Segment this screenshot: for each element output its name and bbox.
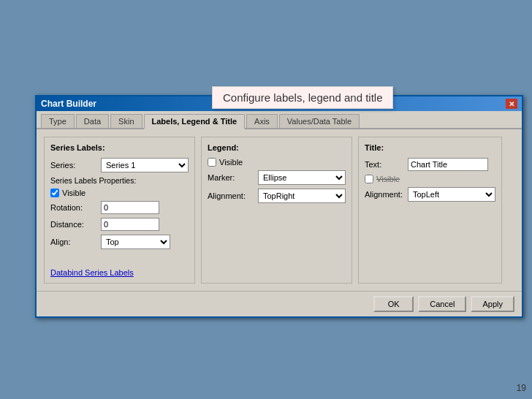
title-alignment-label: Alignment:	[365, 190, 405, 199]
title-text-input[interactable]	[408, 158, 488, 171]
series-labels-panel: Series Labels: Series: Series 1 Series L…	[44, 137, 195, 284]
series-row: Series: Series 1	[50, 158, 189, 172]
rotation-input[interactable]: 0	[101, 201, 159, 214]
marker-label: Marker:	[208, 173, 255, 182]
tooltip-text: Configure labels, legend and title	[223, 91, 382, 104]
chart-builder-dialog: Chart Builder ✕ Type Data Skin Labels, L…	[35, 95, 523, 318]
legend-title: Legend:	[208, 143, 346, 152]
legend-alignment-label: Alignment:	[208, 191, 255, 200]
configure-tooltip: Configure labels, legend and title	[212, 86, 393, 109]
title-panel: Title: Text: Visible Alignment: TopLeft …	[358, 137, 502, 284]
visible-row: Visible	[50, 189, 189, 197]
title-visible-checkbox[interactable]	[365, 175, 373, 183]
cancel-button[interactable]: Cancel	[418, 296, 466, 312]
properties-label: Series Labels Properties:	[50, 176, 160, 185]
visible-label: Visible	[62, 189, 86, 197]
visible-checkbox[interactable]	[50, 189, 59, 197]
legend-panel: Legend: Visible Marker: Ellipse Rectangl…	[201, 137, 352, 284]
marker-dropdown[interactable]: Ellipse Rectangle Diamond Triangle	[258, 170, 346, 185]
series-label: Series:	[50, 161, 98, 170]
dialog-content: Series Labels: Series: Series 1 Series L…	[37, 129, 522, 291]
align-dropdown[interactable]: Top Bottom Left Right Center	[101, 235, 170, 249]
legend-visible-checkbox[interactable]	[208, 158, 216, 167]
databind-series-link[interactable]: Databind Series Labels	[50, 268, 134, 277]
title-visible-row: Visible	[365, 175, 495, 183]
title-section-title: Title:	[365, 143, 495, 152]
distance-input[interactable]: 0	[101, 218, 159, 231]
align-label: Align:	[50, 238, 98, 246]
title-text-label: Text:	[365, 160, 405, 169]
ok-button[interactable]: OK	[373, 296, 414, 312]
marker-row: Marker: Ellipse Rectangle Diamond Triang…	[208, 170, 346, 185]
dialog-title: Chart Builder	[41, 99, 96, 109]
tab-values-data-table[interactable]: Values/Data Table	[279, 114, 360, 128]
close-button[interactable]: ✕	[506, 99, 517, 109]
bottom-bar: OK Cancel Apply	[37, 291, 522, 316]
rotation-label: Rotation:	[50, 203, 98, 212]
apply-button[interactable]: Apply	[471, 296, 514, 312]
legend-visible-row: Visible	[208, 158, 346, 167]
tab-axis[interactable]: Axis	[246, 114, 278, 128]
tab-data[interactable]: Data	[76, 114, 109, 128]
tab-skin[interactable]: Skin	[110, 114, 142, 128]
page-number: 19	[517, 383, 526, 393]
title-alignment-dropdown[interactable]: TopLeft TopRight Center BottomLeft Botto…	[408, 187, 495, 202]
legend-visible-label: Visible	[219, 158, 243, 167]
title-visible-label: Visible	[376, 175, 400, 183]
tabs-bar: Type Data Skin Labels, Legend & Title Ax…	[37, 111, 522, 129]
align-row: Align: Top Bottom Left Right Center	[50, 235, 189, 249]
rotation-row: Rotation: 0	[50, 201, 189, 214]
tab-type[interactable]: Type	[41, 114, 75, 128]
properties-label-row: Series Labels Properties:	[50, 176, 189, 185]
legend-alignment-row: Alignment: TopRight TopLeft BottomRight …	[208, 189, 346, 203]
distance-label: Distance:	[50, 220, 98, 229]
tab-labels-legend-title[interactable]: Labels, Legend & Title	[144, 114, 246, 129]
title-alignment-row: Alignment: TopLeft TopRight Center Botto…	[365, 187, 495, 202]
series-dropdown[interactable]: Series 1	[101, 158, 189, 172]
distance-row: Distance: 0	[50, 218, 189, 231]
title-text-row: Text:	[365, 158, 495, 171]
series-labels-title: Series Labels:	[50, 143, 189, 152]
legend-alignment-dropdown[interactable]: TopRight TopLeft BottomRight BottomLeft	[258, 189, 346, 203]
